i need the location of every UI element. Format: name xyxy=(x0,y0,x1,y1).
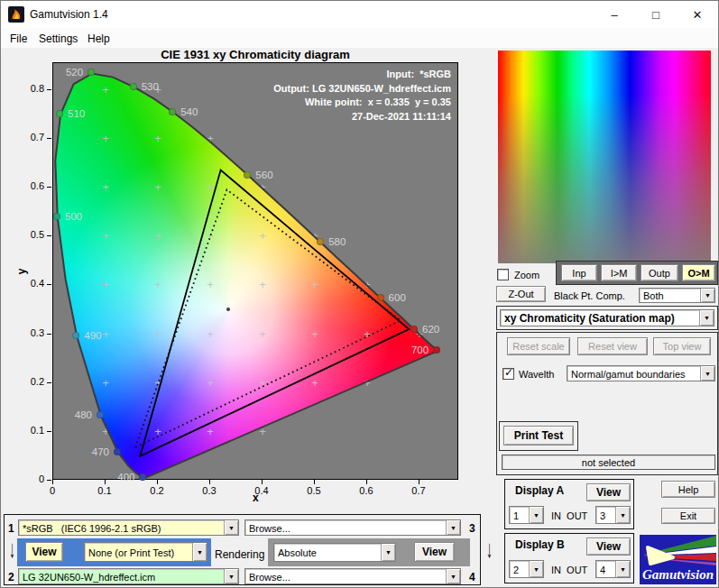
reset-view-button[interactable]: Reset view xyxy=(577,337,648,355)
display-a-out-value: 3 xyxy=(596,509,615,522)
x-tick-label: 0.1 xyxy=(97,485,111,496)
input-profile-value: *sRGB (IEC6 1996-2.1 sRGB) xyxy=(19,521,224,535)
plot-annotation: Input: *sRGBOutput: LG 32UN650-W_hdreffe… xyxy=(273,68,451,124)
z-out-button[interactable]: Z-Out xyxy=(496,286,546,302)
x-tick-mark xyxy=(419,480,419,484)
wavelth-checkbox-label: Wavelth xyxy=(519,369,554,380)
exit-button[interactable]: Exit xyxy=(661,508,715,524)
dropdown-arrow-icon[interactable] xyxy=(192,543,207,561)
wavelength-dot-530 xyxy=(130,83,137,90)
display-b-in-combo[interactable]: 2 xyxy=(509,560,544,578)
y-tick-mark xyxy=(47,382,51,383)
status-text: not selected xyxy=(582,457,635,468)
help-button[interactable]: Help xyxy=(661,481,715,498)
minimize-button[interactable]: – xyxy=(594,1,635,28)
zoom-checkbox[interactable] xyxy=(497,269,509,280)
display-b-inout-label: IN OUT xyxy=(551,565,587,575)
y-tick-label: 0.7 xyxy=(17,132,44,142)
annotation-line: White point: x = 0.335 y = 0.35 xyxy=(273,96,451,110)
wavelength-dot-470 xyxy=(114,448,121,455)
printer-profile-combo[interactable]: None (or Print Test) xyxy=(84,542,207,562)
rendering-intent-combo[interactable]: Absolute xyxy=(273,543,396,562)
dropdown-arrow-icon[interactable] xyxy=(529,507,543,523)
display-a-view-button[interactable]: View xyxy=(586,483,631,501)
down-arrow-left-icon: ↓ xyxy=(9,537,15,561)
dropdown-arrow-icon[interactable] xyxy=(700,366,714,381)
title-bar[interactable]: Gamutvision 1.4 – □ ✕ xyxy=(1,1,718,28)
chart-title: CIE 1931 xy Chromaticity diagram xyxy=(52,48,458,61)
down-arrow-right-icon: ↓ xyxy=(486,537,493,561)
y-tick-label: 0.3 xyxy=(17,327,44,338)
menu-settings[interactable]: Settings xyxy=(35,31,81,47)
wavelength-label-480: 480 xyxy=(75,409,92,420)
slot-4-number: 4 xyxy=(469,571,475,583)
dropdown-arrow-icon[interactable] xyxy=(700,289,714,302)
map-type-combo[interactable]: xy Chromaticity (Saturation map) xyxy=(500,309,714,326)
view-output-button[interactable]: View xyxy=(414,542,455,562)
browse-bottom-combo[interactable]: Browse... xyxy=(244,568,461,584)
wavelth-checkbox[interactable] xyxy=(502,368,514,380)
y-tick-mark xyxy=(47,235,51,236)
spectral-locus-outline xyxy=(55,74,438,479)
app-window: Gamutvision 1.4 – □ ✕ File Settings Help… xyxy=(0,0,719,588)
o-to-m-button[interactable]: O>M xyxy=(682,264,715,281)
browse-bottom-value: Browse... xyxy=(245,570,446,583)
display-b-view-button[interactable]: View xyxy=(586,537,631,556)
top-view-button[interactable]: Top view xyxy=(653,337,711,355)
x-tick-mark xyxy=(366,480,367,484)
dropdown-arrow-icon[interactable] xyxy=(446,520,460,535)
dropdown-arrow-icon[interactable] xyxy=(615,561,630,577)
display-b-out-value: 4 xyxy=(596,563,615,576)
menu-help[interactable]: Help xyxy=(84,31,114,47)
dropdown-arrow-icon[interactable] xyxy=(224,569,238,583)
display-b-out-combo[interactable]: 4 xyxy=(595,560,631,578)
dropdown-arrow-icon[interactable] xyxy=(381,544,395,561)
x-tick-label: 0.3 xyxy=(202,485,216,496)
print-test-button[interactable]: Print Test xyxy=(503,426,574,446)
output-profile-combo[interactable]: LG 32UN650-W_hdreffect.icm xyxy=(18,568,239,584)
inp-button[interactable]: Inp xyxy=(561,264,597,281)
output-gamut-triangle xyxy=(135,189,401,447)
wavelength-label-580: 580 xyxy=(328,236,346,247)
menu-bar: File Settings Help xyxy=(1,28,718,48)
x-tick-label: 0.2 xyxy=(150,485,163,496)
hue-saturation-map xyxy=(498,51,711,263)
x-tick-mark xyxy=(157,480,158,484)
y-tick-label: 0.6 xyxy=(17,180,44,191)
output-profile-value: LG 32UN650-W_hdreffect.icm xyxy=(19,570,224,583)
slot-3-number: 3 xyxy=(469,522,475,535)
slot-1-number: 1 xyxy=(8,522,14,535)
x-tick-mark xyxy=(105,480,106,484)
display-b-in-value: 2 xyxy=(510,563,529,576)
menu-file[interactable]: File xyxy=(6,31,31,47)
maximize-button[interactable]: □ xyxy=(635,1,677,28)
wavelength-label-700: 700 xyxy=(411,345,429,355)
input-profile-combo[interactable]: *sRGB (IEC6 1996-2.1 sRGB) xyxy=(18,519,239,536)
window-title: Gamutvision 1.4 xyxy=(30,8,108,21)
boundaries-combo[interactable]: Normal/gamut boundaries xyxy=(567,365,715,381)
outp-button[interactable]: Outp xyxy=(641,264,678,281)
display-a-in-combo[interactable]: 1 xyxy=(509,506,544,524)
slot-2-number: 2 xyxy=(8,571,14,583)
wavelength-label-400: 400 xyxy=(117,472,134,482)
close-button[interactable]: ✕ xyxy=(677,1,718,28)
dropdown-arrow-icon[interactable] xyxy=(529,561,543,577)
chromaticity-plot[interactable]: +++++++++++++++++++++++++++++++++++++ 52… xyxy=(52,62,458,480)
x-tick-label: 0.6 xyxy=(359,485,373,496)
browse-top-combo[interactable]: Browse... xyxy=(244,519,461,536)
display-a-out-combo[interactable]: 3 xyxy=(595,506,631,524)
i-to-m-button[interactable]: I>M xyxy=(601,264,637,281)
x-tick-mark xyxy=(314,480,315,484)
map-type-value: xy Chromaticity (Saturation map) xyxy=(501,311,699,325)
dropdown-arrow-icon[interactable] xyxy=(446,569,460,583)
y-tick-mark xyxy=(47,187,51,188)
wavelength-label-600: 600 xyxy=(389,292,406,303)
reset-scale-button[interactable]: Reset scale xyxy=(507,337,570,355)
dropdown-arrow-icon[interactable] xyxy=(699,310,714,326)
wavelength-label-540: 540 xyxy=(180,106,198,117)
input-gamut-triangle xyxy=(140,170,409,456)
dropdown-arrow-icon[interactable] xyxy=(224,520,238,535)
black-pt-comp-combo[interactable]: Both xyxy=(639,288,715,303)
view-input-button[interactable]: View xyxy=(25,542,63,562)
dropdown-arrow-icon[interactable] xyxy=(615,507,630,523)
